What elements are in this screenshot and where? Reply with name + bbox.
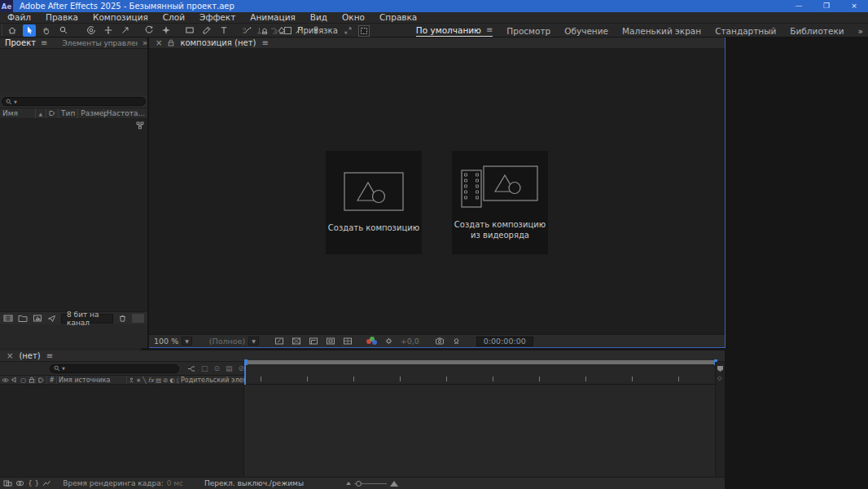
bit-depth-button[interactable]: 8 бит на канал <box>61 314 113 324</box>
new-folder-icon[interactable] <box>18 314 28 323</box>
comp-tab-close-icon[interactable]: × <box>156 38 162 47</box>
magnification-dropdown[interactable]: 100 % ▼ <box>154 337 192 346</box>
project-tabs-overflow-icon[interactable]: » <box>142 38 147 47</box>
motion-blur-icon[interactable]: ⊘ <box>238 364 244 372</box>
resolution-dropdown[interactable]: (Полное) ▼ <box>209 337 259 346</box>
minimize-button[interactable]: — <box>785 0 813 12</box>
parent-link-column[interactable]: Родительский элемент и... <box>179 376 244 384</box>
interpret-footage-icon[interactable] <box>3 314 13 323</box>
video-eye-icon[interactable] <box>2 377 9 383</box>
time-ruler[interactable] <box>244 367 715 385</box>
timeline-zoom-slider[interactable] <box>346 481 398 487</box>
label-column-icon[interactable] <box>38 377 44 383</box>
expand-layer-switches-icon[interactable] <box>3 479 12 487</box>
snap-checkbox[interactable] <box>284 27 292 34</box>
layer-list-area[interactable] <box>0 385 244 477</box>
menu-animation[interactable]: Анимация <box>243 12 303 23</box>
zoom-in-mountain-icon[interactable] <box>390 481 398 487</box>
pan-behind-anchor-tool-icon[interactable] <box>160 24 173 37</box>
color-management-gear-icon[interactable] <box>384 337 393 346</box>
rectangle-tool-icon[interactable] <box>183 24 196 37</box>
solo-icon[interactable]: ○ <box>20 377 26 384</box>
maximize-button[interactable]: ❐ <box>813 0 840 12</box>
mini-flowchart-icon[interactable] <box>187 365 195 372</box>
workspace-standard[interactable]: Стандартный <box>715 26 776 36</box>
timeline-tab[interactable]: (нет) <box>19 351 40 360</box>
tab-effect-controls[interactable]: Элементы управления эффектами (не <box>62 39 137 47</box>
tool-option-b-icon[interactable] <box>255 26 264 35</box>
track-area[interactable] <box>244 385 715 477</box>
column-label-icon[interactable] <box>46 108 59 118</box>
expand-inout-icon[interactable]: { } <box>28 479 39 487</box>
quality-icon[interactable]: ╲ <box>142 377 147 384</box>
snapshot-camera-icon[interactable] <box>435 337 445 346</box>
column-name[interactable]: Имя <box>0 108 36 118</box>
adjustment-layer-icon[interactable]: ◐ <box>169 377 175 384</box>
viewer-lock-icon[interactable] <box>168 39 174 46</box>
menu-effect[interactable]: Эффект <box>192 12 243 23</box>
frame-blending-icon[interactable]: ▤ <box>226 364 233 372</box>
workspace-overflow-icon[interactable]: » <box>858 26 863 36</box>
composition-from-footage-card[interactable]: Создать композициюиз видеоряда <box>452 151 548 254</box>
tool-option-c-icon[interactable] <box>270 26 278 35</box>
grid-guides-icon[interactable] <box>343 337 353 346</box>
orbit-camera-tool-icon[interactable] <box>85 24 98 37</box>
menu-window[interactable]: Окно <box>335 12 372 23</box>
type-tool-icon[interactable] <box>217 24 230 37</box>
tool-option-a-icon[interactable] <box>240 26 249 35</box>
timeline-tab-close-icon[interactable]: × <box>7 351 13 360</box>
effects-switch-icon[interactable]: fx <box>148 377 154 384</box>
audio-speaker-icon[interactable] <box>11 377 18 383</box>
close-button[interactable]: × <box>840 0 868 12</box>
time-navigator-bar[interactable] <box>244 360 717 364</box>
workspace-learn[interactable]: Обучение <box>564 26 608 36</box>
workspace-default[interactable]: По умолчанию ≡ <box>416 25 493 37</box>
column-type[interactable]: Тип <box>59 108 78 118</box>
menu-composition[interactable]: Композиция <box>85 12 156 23</box>
comp-panel-menu-icon[interactable]: ≡ <box>261 38 268 47</box>
lock-icon[interactable] <box>28 377 35 383</box>
new-composition-icon[interactable] <box>33 314 42 323</box>
region-of-interest-icon[interactable] <box>326 337 335 346</box>
transform-box-icon[interactable] <box>358 25 370 37</box>
comp-marker-bin-icon[interactable] <box>717 365 724 372</box>
workspace-small-screen[interactable]: Маленький экран <box>622 26 701 36</box>
zoom-tool-icon[interactable] <box>57 24 70 37</box>
menu-view[interactable]: Вид <box>303 12 335 23</box>
show-channel-icon[interactable] <box>366 337 377 346</box>
fast-previews-icon[interactable] <box>274 337 284 346</box>
exposure-value[interactable]: +0,0 <box>401 337 419 346</box>
column-size[interactable]: Размер <box>78 108 104 118</box>
show-snapshot-icon[interactable] <box>452 337 461 346</box>
trash-icon[interactable] <box>118 314 127 323</box>
current-time-indicator[interactable] <box>244 359 246 385</box>
menu-help[interactable]: Справка <box>372 12 424 23</box>
index-column[interactable]: # <box>47 376 57 384</box>
mask-visibility-icon[interactable] <box>309 337 318 346</box>
render-time-icon[interactable] <box>42 479 51 487</box>
timeline-search-input[interactable]: ▼ <box>50 364 179 373</box>
home-icon[interactable] <box>6 24 19 37</box>
expand-transfer-modes-icon[interactable] <box>15 479 24 487</box>
zoom-out-mountain-icon[interactable] <box>346 482 351 485</box>
timeline-panel-menu-icon[interactable]: ≡ <box>46 351 53 360</box>
frame-blend-switch-icon[interactable]: ▤ <box>156 377 161 384</box>
project-items-area[interactable] <box>0 119 147 311</box>
motion-blur-switch-icon[interactable]: ⊘ <box>163 377 168 384</box>
tab-composition[interactable]: композиция (нет) <box>180 38 256 47</box>
project-settings-icon[interactable] <box>47 314 56 323</box>
comp-marker-icon[interactable]: ◇ <box>717 375 721 381</box>
pen-tool-icon[interactable] <box>200 24 213 37</box>
sort-ascending-icon[interactable]: ▲ <box>36 108 46 118</box>
source-name-column[interactable]: Имя источника <box>57 376 127 384</box>
dolly-camera-tool-icon[interactable] <box>119 24 132 37</box>
menu-edit[interactable]: Правка <box>38 12 85 23</box>
transparency-grid-icon[interactable] <box>292 337 301 346</box>
selection-tool-icon[interactable] <box>23 24 36 37</box>
project-panel-menu-icon[interactable]: ≡ <box>41 38 47 47</box>
new-composition-card[interactable]: Создать композицию <box>326 151 422 254</box>
zoom-slider-handle[interactable] <box>356 481 362 487</box>
hand-tool-icon[interactable] <box>40 24 53 37</box>
toggle-switches-modes-button[interactable]: Перекл. выключ./режимы <box>204 479 304 487</box>
menu-layer[interactable]: Слой <box>156 12 192 23</box>
